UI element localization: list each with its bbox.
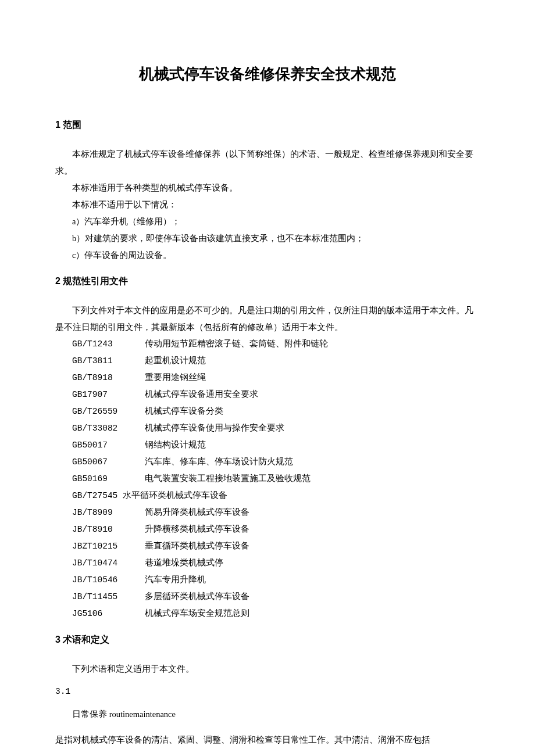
ref-title: 垂直循环类机械式停车设备 xyxy=(145,538,249,555)
ref-row-full: GB/T27545 水平循环类机械式停车设备 xyxy=(72,488,480,504)
ref-row: JG5106机械式停车场安全规范总则 xyxy=(72,605,480,622)
ref-title: 升降横移类机械式停车设备 xyxy=(145,521,249,538)
section-1-body: 本标准规定了机械式停车设备维修保养（以下简称维保）的术语、一般规定、检查维修保养… xyxy=(55,146,480,264)
ref-code: JG5106 xyxy=(72,605,145,622)
ref-row: GB17907机械式停车设备通用安全要求 xyxy=(72,386,480,403)
ref-code: GB50169 xyxy=(72,471,145,488)
ref-code: GB50017 xyxy=(72,437,145,454)
ref-code: GB50067 xyxy=(72,454,145,471)
section-1-heading: 1 范围 xyxy=(55,119,480,131)
section-3-body: 下列术语和定义适用于本文件。 3.1 日常保养 routinemaintenan… xyxy=(55,661,480,748)
ref-title: 机械式停车设备通用安全要求 xyxy=(145,386,258,403)
term-3-1: 日常保养 routinemaintenance xyxy=(55,706,480,723)
ref-code: JB/T8910 xyxy=(72,521,145,538)
ref-row: JB/T10546汽车专用升降机 xyxy=(72,572,480,589)
ref-code: GB/T8918 xyxy=(72,370,145,386)
ref-title: 机械式停车场安全规范总则 xyxy=(145,605,249,622)
ref-row: JBZT10215垂直循环类机械式停车设备 xyxy=(72,538,480,555)
ref-title: 机械式停车设备使用与操作安全要求 xyxy=(145,420,284,437)
ref-code: JB/T11455 xyxy=(72,589,145,605)
document-title: 机械式停车设备维修保养安全技术规范 xyxy=(55,64,480,84)
ref-row: GB/T33082机械式停车设备使用与操作安全要求 xyxy=(72,420,480,437)
ref-code: GB/T26559 xyxy=(72,403,145,420)
ref-title: 多层循环类机械式停车设备 xyxy=(145,589,249,605)
ref-code: GB17907 xyxy=(72,386,145,403)
term-number-3-1: 3.1 xyxy=(55,683,480,700)
ref-title: 重要用途钢丝绳 xyxy=(145,370,206,386)
ref-code: JB/T8909 xyxy=(72,504,145,521)
ref-row: GB50169电气装置安装工程接地装置施工及验收规范 xyxy=(72,471,480,488)
ref-title: 钢结构设计规范 xyxy=(145,437,206,454)
s1-item-b: b）对建筑的要求，即使停车设备由该建筑直接支承，也不在本标准范围内； xyxy=(55,230,480,247)
section-3-heading: 3 术语和定义 xyxy=(55,634,480,646)
ref-code: GB/T33082 xyxy=(72,420,145,437)
ref-row: JB/T8909简易升降类机械式停车设备 xyxy=(72,504,480,521)
s2-intro: 下列文件对于本文件的应用是必不可少的。凡是注口期的引用文件，仅所注日期的版本适用… xyxy=(55,302,480,336)
ref-code: JB/T10546 xyxy=(72,572,145,589)
s1-item-a: a）汽车举升机（维修用）； xyxy=(55,213,480,230)
ref-code: JBZT10215 xyxy=(72,538,145,555)
section-2-heading: 2 规范性引用文件 xyxy=(55,275,480,288)
ref-title: 电气装置安装工程接地装置施工及验收规范 xyxy=(145,471,311,488)
ref-title: 机械式停车设备分类 xyxy=(145,403,223,420)
ref-row: GB/T3811起重机设计规范 xyxy=(72,353,480,370)
references-list-1: GB/T1243传动用短节距精密滚子链、套筒链、附件和链轮 GB/T3811起重… xyxy=(72,336,480,622)
ref-row: GB/T8918重要用途钢丝绳 xyxy=(72,370,480,386)
ref-row: GB/T1243传动用短节距精密滚子链、套筒链、附件和链轮 xyxy=(72,336,480,353)
s1-item-c: c）停车设备的周边设备。 xyxy=(55,247,480,264)
ref-code: GB/T3811 xyxy=(72,353,145,370)
s3-intro: 下列术语和定义适用于本文件。 xyxy=(55,661,480,678)
s1-p2: 本标准适用于各种类型的机械式停车设备。 xyxy=(55,180,480,196)
ref-code: JB/T10474 xyxy=(72,555,145,572)
ref-title: 简易升降类机械式停车设备 xyxy=(145,504,249,521)
ref-row: GB50017钢结构设计规范 xyxy=(72,437,480,454)
ref-title: 起重机设计规范 xyxy=(145,353,206,370)
ref-row: GB50067汽车库、修车库、停车场设计防火规范 xyxy=(72,454,480,471)
ref-title: 巷道堆垛类机械式停 xyxy=(145,555,223,572)
ref-title: 汽车专用升降机 xyxy=(145,572,206,589)
ref-row: GB/T26559机械式停车设备分类 xyxy=(72,403,480,420)
ref-title: 传动用短节距精密滚子链、套筒链、附件和链轮 xyxy=(145,336,328,353)
definition-3-1: 是指对机械式停车设备的清洁、紧固、调整、润滑和检查等日常性工作。其中清洁、润滑不… xyxy=(55,732,480,748)
ref-row: JB/T8910升降横移类机械式停车设备 xyxy=(72,521,480,538)
ref-row: JB/T11455多层循环类机械式停车设备 xyxy=(72,589,480,605)
ref-code: GB/T1243 xyxy=(72,336,145,353)
section-2-body: 下列文件对于本文件的应用是必不可少的。凡是注口期的引用文件，仅所注日期的版本适用… xyxy=(55,302,480,622)
ref-title: 汽车库、修车库、停车场设计防火规范 xyxy=(145,454,293,471)
s1-p3: 本标准不适用于以下情况： xyxy=(55,196,480,213)
s1-p1: 本标准规定了机械式停车设备维修保养（以下简称维保）的术语、一般规定、检查维修保养… xyxy=(55,146,480,180)
ref-row: JB/T10474巷道堆垛类机械式停 xyxy=(72,555,480,572)
